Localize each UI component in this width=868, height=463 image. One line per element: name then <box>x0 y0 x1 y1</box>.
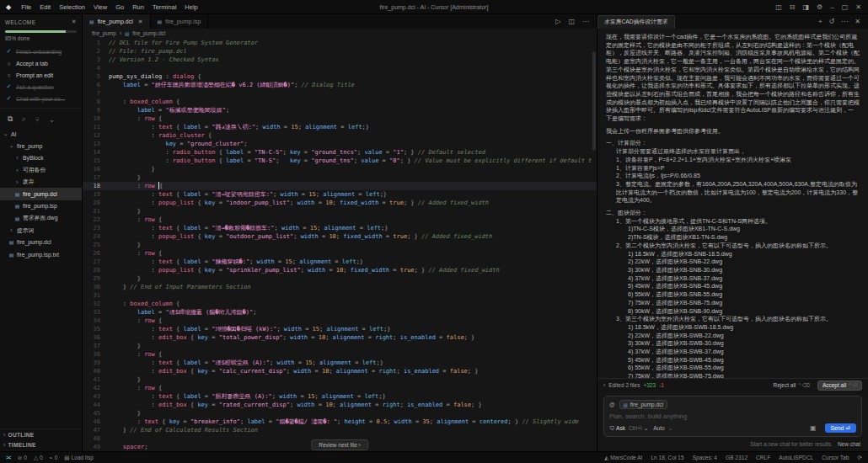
code-line-31[interactable]: 31 <box>83 291 597 300</box>
code-line-36[interactable]: 36 : edit_box { key = "total_power_disp"… <box>83 333 597 342</box>
code-line-39[interactable]: 39 : text { label = "璟$瞪蟤坣㬎 (A):"; width… <box>83 359 597 367</box>
code-line-37[interactable]: 37 } <box>83 342 597 350</box>
chevron-down-icon[interactable]: ⌄ <box>49 115 55 124</box>
tree-item-fire_pump-lsp-txt[interactable]: ▤fire_pump.lsp.txt <box>0 248 82 260</box>
accept-all-button[interactable]: Accept all⌃⏎ <box>817 381 862 391</box>
expand-diff-icon[interactable]: › <box>603 382 605 388</box>
warnings-count[interactable]: △0 <box>34 455 43 461</box>
onboarding-item[interactable]: ○Accept a tab <box>5 57 77 69</box>
new-chat-button[interactable]: New chat <box>838 441 860 447</box>
onboarding-item[interactable]: ✓Finish onboarding <box>5 45 77 57</box>
code-editor[interactable]: 1// DCL file for Fire Pump System Genera… <box>83 38 597 451</box>
code-line-28[interactable]: 28 : popup_list { key = "sprinkler_pump_… <box>83 266 597 274</box>
marscode-ai[interactable]: ◭MarsCode AI <box>604 455 642 461</box>
code-line-11[interactable]: 11 : text { label = "雡ⅎ逨覄㇏祊:"; width = 1… <box>83 123 597 131</box>
code-line-43[interactable]: 43 : text { label = "顃村曑鑆坣㬎 (A):"; width… <box>83 392 597 401</box>
code-line-9[interactable]: 9 label = "桭摵或壆俷晚闍坟媒"; <box>83 106 597 114</box>
code-line-32[interactable]: 32 : boxed_column { <box>83 300 597 308</box>
breadcrumb-folder[interactable]: fire_pump <box>92 30 116 36</box>
code-line-42[interactable]: 42 : row { <box>83 384 597 392</box>
more-icon[interactable]: ⋯ <box>841 18 848 25</box>
indentation[interactable]: Spaces: 4 <box>693 455 717 460</box>
tab-fire-pump-lsp[interactable]: ▤ fire_pump.lsp <box>151 14 209 29</box>
send-button[interactable]: Send ⏎ <box>825 423 856 433</box>
tree-item-fire_pump-lsp[interactable]: ▤fire_pump.lsp <box>0 200 82 212</box>
tab-fire-pump-dcl[interactable]: ▤ fire_pump.dcl ✕ <box>83 14 151 29</box>
code-line-20[interactable]: 20 : popup_list { key = "indoor_pump_lis… <box>83 199 597 207</box>
code-line-19[interactable]: 19 : text { label = "溍⇝哫娑㖞倯鍄撜车:"; width … <box>83 190 597 199</box>
onboarding-item[interactable]: ✓Ask a question <box>5 81 77 93</box>
source-control-icon[interactable]: ⑂ <box>35 115 40 124</box>
code-line-27[interactable]: 27 : text { label = "鍊翛穿娚�:"; width = 15… <box>83 258 597 266</box>
code-line-1[interactable]: 1// DCL file for Fire Pump System Genera… <box>83 39 597 47</box>
chat-input-placeholder[interactable]: Plan, search, build anything <box>609 412 856 420</box>
code-line-2[interactable]: 2// File: fire_pump.dcl <box>83 47 597 56</box>
code-line-22[interactable]: 22 : row { <box>83 216 597 224</box>
code-line-17[interactable]: 17 } <box>83 173 597 182</box>
load-lisp-task[interactable]: ▤Load lisp <box>64 455 94 461</box>
code-line-21[interactable]: 21 } <box>83 207 597 216</box>
explorer-files-icon[interactable]: ⧉ <box>8 114 13 124</box>
remote-indicator[interactable]: >< <box>6 455 11 461</box>
tree-item-byblock[interactable]: ›ByBlock <box>0 152 82 164</box>
toggle-panel-icon[interactable]: ⊟ <box>790 3 796 11</box>
toggle-sidebar-icon[interactable]: ◫ <box>775 3 782 11</box>
section-outline[interactable]: ›OUTLINE <box>0 429 82 439</box>
tree-item--[interactable]: ›废弃 <box>0 176 82 188</box>
close-panel-icon[interactable]: ✕ <box>855 18 860 25</box>
code-line-8[interactable]: 8 : boxed_column { <box>83 98 597 106</box>
menu-file[interactable]: File <box>17 3 35 11</box>
code-line-47[interactable]: 47 } // End of Calculated Results Sectio… <box>83 426 597 434</box>
context-file-chip[interactable]: ▤ fire_pump.dcl <box>619 400 667 409</box>
model-selector[interactable]: Auto ⌄ <box>653 425 672 432</box>
close-tab-icon[interactable]: ✕ <box>138 19 143 25</box>
mode-selector[interactable]: 🗨 Ask Ctrl+I ⌄ <box>609 425 648 432</box>
encoding[interactable]: GB 2312 <box>726 455 747 460</box>
editor-scrollbar[interactable] <box>592 51 596 151</box>
tree-item--dwg[interactable]: ▤需求界面.dwg <box>0 212 82 224</box>
ports-count[interactable]: ⌁0 <box>50 455 58 461</box>
breadcrumb[interactable]: fire_pump › ▤ fire_pump.dcl <box>83 29 597 38</box>
code-line-7[interactable]: 7 <box>83 89 597 98</box>
code-line-10[interactable]: 10 : row { <box>83 114 597 123</box>
code-line-33[interactable]: 33 label = "璟$瞕缩撤藗 (鍚�绗儿湾鎴�)"; <box>83 308 597 317</box>
attach-image-icon[interactable]: ▣ <box>810 424 817 432</box>
code-line-4[interactable]: 4 <box>83 64 597 72</box>
code-line-29[interactable]: 29 } <box>83 274 597 283</box>
code-line-16[interactable]: 16 } <box>83 165 597 173</box>
history-icon[interactable]: ↺ <box>829 18 835 25</box>
menu-go[interactable]: Go <box>111 3 128 11</box>
sync-icon[interactable]: ⟳ <box>857 455 862 461</box>
split-editor-icon[interactable]: ◫ <box>568 18 575 25</box>
maximize-button[interactable]: ▢ <box>842 3 849 11</box>
reject-all-button[interactable]: Reject all⌃⌫ <box>774 382 810 389</box>
tree-item-fire_pump[interactable]: ⌄fire_pump <box>0 140 82 152</box>
code-line-44[interactable]: 44 : edit_box { key = "rated_current_dis… <box>83 401 597 409</box>
cursor-tab[interactable]: Cursor Tab <box>822 455 849 460</box>
menu-selection[interactable]: Selection <box>55 3 89 11</box>
tree-item--[interactable]: ›提示词 <box>0 224 82 236</box>
tree-item--[interactable]: ›可用备份 <box>0 164 82 176</box>
menu-terminal[interactable]: Terminal <box>148 3 180 11</box>
minimize-button[interactable]: – <box>830 3 833 11</box>
tree-item-ai[interactable]: ⌄AI <box>0 128 82 140</box>
code-line-15[interactable]: 15 : radio_button { label = "TN-S"; key … <box>83 157 597 165</box>
run-icon[interactable]: ▷ <box>555 18 560 25</box>
cursor-position[interactable]: Ln 18, Col 15 <box>651 455 683 460</box>
code-line-35[interactable]: 35 : text { label = "璕悢�囡�归唂 (kW):"; wid… <box>83 325 597 333</box>
code-line-13[interactable]: 13 key = "ground_cluster"; <box>83 140 597 148</box>
code-line-46[interactable]: 46 : text { key = "breaker_info"; label … <box>83 418 597 426</box>
code-line-18[interactable]: 18 : row { <box>83 182 597 190</box>
eol[interactable]: CRLF <box>756 455 770 460</box>
onboarding-item[interactable]: ✓Chat with your co... <box>5 93 77 104</box>
toggle-rightpanel-icon[interactable]: ◨ <box>803 3 810 11</box>
onboarding-item[interactable]: ○Prompt an edit <box>5 69 77 81</box>
tree-item-fire_pump-dcl[interactable]: ▤fire_pump.dcl <box>0 188 82 200</box>
more-actions-icon[interactable]: ⋯ <box>582 18 589 25</box>
code-line-26[interactable]: 26 : row { <box>83 249 597 258</box>
menu-help[interactable]: Help <box>180 3 201 11</box>
tree-item-fire_pump-dcl[interactable]: ▤fire_pump.dcl <box>0 237 82 248</box>
code-line-23[interactable]: 23 : text { label = "溍⇝�敇㸧㑳�鍄撽车:"; width… <box>83 224 597 232</box>
code-line-25[interactable]: 25 } <box>83 241 597 249</box>
chat-input-box[interactable]: @ ▤ fire_pump.dcl Plan, search, build an… <box>603 396 862 437</box>
